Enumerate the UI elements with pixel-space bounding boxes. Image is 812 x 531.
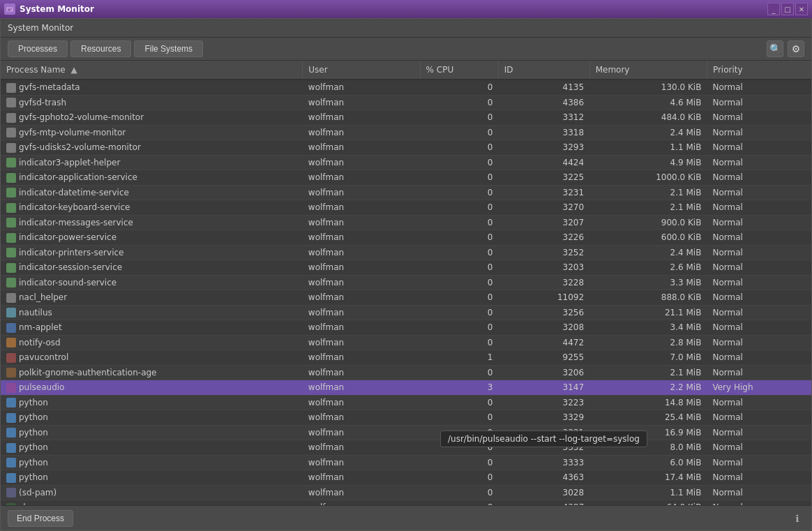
col-header-id[interactable]: ID <box>498 61 589 80</box>
cell-priority: Normal <box>707 350 811 366</box>
cell-memory: 7.0 MiB <box>589 350 707 366</box>
cell-name: nacl_helper <box>1 290 303 306</box>
table-row[interactable]: indicator-application-service wolfman 0 … <box>1 170 811 186</box>
table-row[interactable]: (sd-pam) wolfman 0 3028 1.1 MiB Normal <box>1 485 811 500</box>
cell-memory: 3.4 MiB <box>589 320 707 336</box>
tab-processes[interactable]: Processes <box>8 40 68 57</box>
cell-cpu: 0 <box>420 320 498 336</box>
cell-cpu: 0 <box>420 260 498 276</box>
table-row[interactable]: python wolfman 0 3333 6.0 MiB Normal <box>1 455 811 470</box>
gear-icon: ⚙ <box>792 43 801 54</box>
table-row[interactable]: sh wolfman 0 4387 64.0 KiB Normal <box>1 500 811 506</box>
process-icon <box>6 368 16 377</box>
search-button[interactable]: 🔍 <box>767 40 783 57</box>
tab-resources[interactable]: Resources <box>70 40 131 57</box>
table-row[interactable]: gvfsd-trash wolfman 0 4386 4.6 MiB Norma… <box>1 95 811 110</box>
cell-user: wolfman <box>303 305 420 320</box>
table-row[interactable]: polkit-gnome-authentication-age wolfman … <box>1 365 811 380</box>
process-icon <box>6 98 16 107</box>
cell-cpu: 3 <box>420 380 498 396</box>
cell-name: nm-applet <box>1 320 303 336</box>
minimize-button[interactable]: _ <box>767 3 780 15</box>
cell-id: 3226 <box>498 230 589 246</box>
cell-cpu: 0 <box>420 125 498 140</box>
cell-priority: Normal <box>707 260 811 276</box>
cell-memory: 1.1 MiB <box>589 140 707 156</box>
cell-cpu: 0 <box>420 335 498 350</box>
process-icon <box>6 233 16 243</box>
table-row[interactable]: python wolfman 0 3329 25.4 MiB Normal <box>1 410 811 426</box>
cell-priority: Normal <box>707 365 811 380</box>
table-row[interactable]: python wolfman 0 3223 14.8 MiB Normal <box>1 395 811 410</box>
sort-arrow: ▲ <box>71 65 77 75</box>
table-row[interactable]: gvfs-udisks2-volume-monitor wolfman 0 32… <box>1 140 811 156</box>
cell-name: python <box>1 410 303 426</box>
table-row[interactable]: notify-osd wolfman 0 4472 2.8 MiB Normal <box>1 335 811 350</box>
close-button[interactable]: ✕ <box>795 3 808 15</box>
table-row[interactable]: gvfs-mtp-volume-monitor wolfman 0 3318 2… <box>1 125 811 140</box>
cell-memory: 25.4 MiB <box>589 410 707 426</box>
end-process-button[interactable]: End Process <box>8 510 73 527</box>
process-table[interactable]: Process Name ▲ User % CPU ID Memory Prio… <box>1 61 811 505</box>
process-icon <box>6 113 16 123</box>
cell-user: wolfman <box>303 470 420 486</box>
cell-user: wolfman <box>303 275 420 290</box>
cell-cpu: 0 <box>420 485 498 500</box>
table-row[interactable]: gvfs-metadata wolfman 0 4135 130.0 KiB N… <box>1 80 811 95</box>
tab-filesystems[interactable]: File Systems <box>134 40 203 57</box>
cell-priority: Normal <box>707 290 811 306</box>
col-header-priority[interactable]: Priority <box>707 61 811 80</box>
col-header-name[interactable]: Process Name ▲ <box>1 61 303 80</box>
col-header-cpu[interactable]: % CPU <box>420 61 498 80</box>
settings-button[interactable]: ⚙ <box>788 40 804 57</box>
col-header-memory[interactable]: Memory <box>589 61 707 80</box>
table-row[interactable]: indicator-datetime-service wolfman 0 323… <box>1 185 811 200</box>
process-icon <box>6 338 16 347</box>
table-row[interactable]: nm-applet wolfman 0 3208 3.4 MiB Normal <box>1 320 811 336</box>
cell-id: 3333 <box>498 455 589 470</box>
table-row[interactable]: pulseaudio wolfman 3 3147 2.2 MiB Very H… <box>1 380 811 396</box>
table-row[interactable]: gvfs-gphoto2-volume-monitor wolfman 0 33… <box>1 110 811 126</box>
table-row[interactable]: indicator-printers-service wolfman 0 325… <box>1 245 811 260</box>
col-header-user[interactable]: User <box>303 61 420 80</box>
cell-memory: 16.9 MiB <box>589 425 707 440</box>
process-icon <box>6 278 16 287</box>
table-row[interactable]: python wolfman 0 3332 8.0 MiB Normal <box>1 440 811 456</box>
cell-priority: Normal <box>707 125 811 140</box>
table-row[interactable]: indicator3-applet-helper wolfman 0 4424 … <box>1 155 811 170</box>
cell-name: sh <box>1 500 303 506</box>
cell-priority: Normal <box>707 335 811 350</box>
cell-name: (sd-pam) <box>1 485 303 500</box>
table-row[interactable]: indicator-sound-service wolfman 0 3228 3… <box>1 275 811 290</box>
cell-priority: Normal <box>707 455 811 470</box>
table-row[interactable]: indicator-keyboard-service wolfman 0 327… <box>1 200 811 216</box>
table-row[interactable]: python wolfman 0 3331 16.9 MiB Normal <box>1 425 811 440</box>
app-title: System Monitor <box>1 19 811 38</box>
cell-user: wolfman <box>303 140 420 156</box>
cell-user: wolfman <box>303 185 420 200</box>
cell-priority: Normal <box>707 500 811 506</box>
cell-id: 4135 <box>498 80 589 95</box>
cell-name: python <box>1 455 303 470</box>
table-row[interactable]: python wolfman 0 4363 17.4 MiB Normal <box>1 470 811 486</box>
table-row[interactable]: nautilus wolfman 0 3256 21.1 MiB Normal <box>1 305 811 320</box>
cell-name: indicator-session-service <box>1 260 303 276</box>
table-row[interactable]: pavucontrol wolfman 1 9255 7.0 MiB Norma… <box>1 350 811 366</box>
process-icon <box>6 83 16 93</box>
cell-name: gvfs-mtp-volume-monitor <box>1 125 303 140</box>
process-icon <box>6 203 16 213</box>
cell-memory: 600.0 KiB <box>589 230 707 246</box>
cell-user: wolfman <box>303 245 420 260</box>
process-icon <box>6 428 16 437</box>
cell-user: wolfman <box>303 410 420 426</box>
cell-user: wolfman <box>303 425 420 440</box>
cell-id: 3293 <box>498 140 589 156</box>
maximize-button[interactable]: □ <box>781 3 794 15</box>
table-row[interactable]: nacl_helper wolfman 0 11092 888.0 KiB No… <box>1 290 811 306</box>
cell-cpu: 0 <box>420 230 498 246</box>
cell-memory: 2.6 MiB <box>589 260 707 276</box>
cell-id: 3206 <box>498 365 589 380</box>
table-row[interactable]: indicator-messages-service wolfman 0 320… <box>1 215 811 230</box>
table-row[interactable]: indicator-session-service wolfman 0 3203… <box>1 260 811 276</box>
table-row[interactable]: indicator-power-service wolfman 0 3226 6… <box>1 230 811 246</box>
